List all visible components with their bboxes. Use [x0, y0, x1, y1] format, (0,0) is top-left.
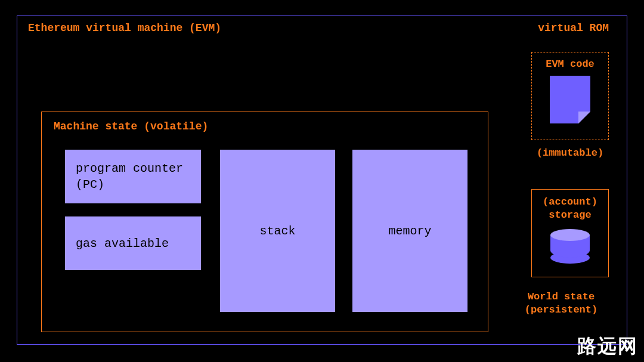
- stack-label: stack: [259, 223, 295, 239]
- virtual-rom-title: virtual ROM: [538, 22, 609, 34]
- world-state-line2: (persistent): [525, 304, 597, 315]
- evm-code-label: EVM code: [546, 58, 595, 70]
- storage-label-line2: storage: [549, 209, 591, 221]
- gas-available-box: gas available: [64, 216, 202, 271]
- document-icon: [550, 76, 590, 123]
- evm-code-box: EVM code: [531, 52, 609, 140]
- database-icon: [550, 229, 590, 264]
- memory-box: memory: [352, 149, 468, 313]
- evm-title: Ethereum virtual machine (EVM): [28, 22, 221, 34]
- storage-box: (account) storage: [531, 189, 609, 277]
- immutable-label: (immutable): [531, 147, 609, 159]
- storage-label: (account) storage: [543, 196, 597, 222]
- machine-state-title: Machine state (volatile): [54, 120, 208, 132]
- document-fold: [578, 112, 590, 123]
- program-counter-box: program counter (PC): [64, 149, 202, 204]
- machine-state-box: Machine state (volatile) program counter…: [41, 112, 488, 332]
- memory-label: memory: [388, 223, 431, 239]
- watermark: 路远网: [577, 333, 638, 360]
- stack-box: stack: [219, 149, 336, 313]
- world-state-label: World state (persistent): [513, 290, 609, 317]
- evm-container: Ethereum virtual machine (EVM) virtual R…: [17, 16, 627, 345]
- gas-available-label: gas available: [76, 236, 169, 252]
- world-state-line1: World state: [528, 291, 595, 302]
- storage-label-line1: (account): [543, 196, 597, 208]
- program-counter-label: program counter (PC): [76, 160, 190, 193]
